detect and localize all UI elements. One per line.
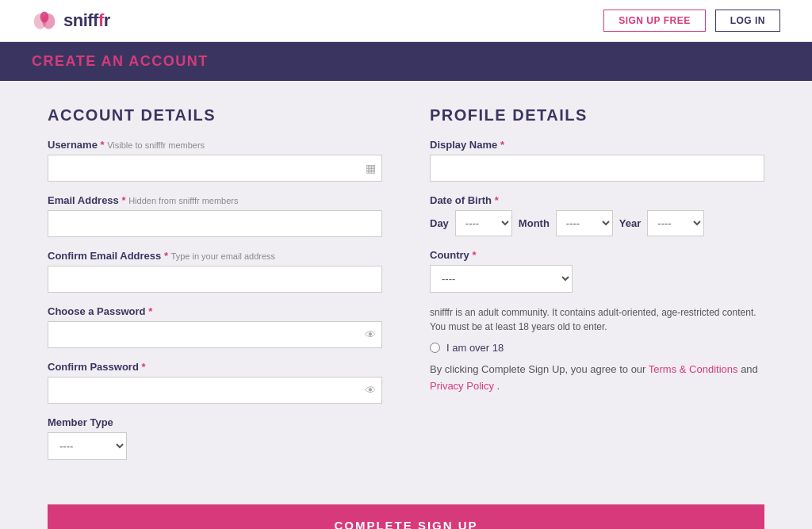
- over-18-label[interactable]: I am over 18: [446, 342, 504, 354]
- email-label: Email Address * Hidden from snifffr memb…: [48, 194, 382, 206]
- confirm-password-input-wrapper: 👁: [48, 377, 382, 404]
- confirm-password-label: Confirm Password *: [48, 361, 382, 373]
- username-label: Username * Visible to snifffr members: [48, 139, 382, 151]
- password-toggle-icon[interactable]: 👁: [365, 328, 376, 341]
- logo-text-main: sniff: [63, 10, 98, 30]
- logo-area: snifffr: [32, 10, 110, 32]
- email-field-group: Email Address * Hidden from snifffr memb…: [48, 194, 382, 237]
- dob-field-group: Date of Birth * Day ---- Month ---- Year…: [430, 194, 764, 236]
- confirm-password-field-group: Confirm Password * 👁: [48, 361, 382, 404]
- confirm-email-input[interactable]: [48, 266, 382, 293]
- year-select[interactable]: ----: [647, 210, 704, 236]
- logo-icon: [32, 10, 57, 32]
- username-required: *: [101, 139, 105, 151]
- country-required: *: [472, 249, 476, 261]
- terms-link[interactable]: Terms & Conditions: [649, 363, 738, 375]
- password-required: *: [148, 305, 152, 317]
- dob-row: Day ---- Month ---- Year ----: [430, 210, 764, 236]
- svg-point-2: [40, 11, 49, 22]
- password-field-group: Choose a Password * 👁: [48, 305, 382, 348]
- over-18-radio[interactable]: [430, 343, 440, 353]
- confirm-email-label: Confirm Email Address * Type in your ema…: [48, 250, 382, 262]
- confirm-email-required: *: [164, 250, 168, 262]
- member-type-label: Member Type: [48, 416, 382, 428]
- logo-text-accent: f: [98, 10, 104, 30]
- day-label: Day: [430, 217, 449, 229]
- display-name-required: *: [500, 139, 504, 151]
- month-label: Month: [519, 217, 550, 229]
- profile-details-title: PROFILE DETAILS: [430, 106, 764, 125]
- display-name-field-group: Display Name *: [430, 139, 764, 182]
- logo-text: snifffr: [63, 10, 110, 31]
- dob-required: *: [495, 194, 499, 206]
- banner: CREATE AN ACCOUNT: [0, 42, 812, 81]
- account-details-section: ACCOUNT DETAILS Username * Visible to sn…: [48, 106, 382, 473]
- member-type-field-group: Member Type ----: [48, 416, 382, 460]
- display-name-label: Display Name *: [430, 139, 764, 151]
- display-name-input[interactable]: [430, 155, 764, 182]
- username-input-wrapper: ▦: [48, 155, 382, 182]
- country-field-group: Country * ----: [430, 249, 764, 293]
- member-type-select[interactable]: ----: [48, 432, 127, 460]
- confirm-email-hint: Type in your email address: [171, 251, 275, 261]
- signup-free-button[interactable]: SIGN UP FREE: [603, 10, 705, 32]
- confirm-password-toggle-icon[interactable]: 👁: [365, 384, 376, 397]
- password-label: Choose a Password *: [48, 305, 382, 317]
- confirm-password-required: *: [141, 361, 145, 373]
- terms-prefix: By clicking Complete Sign Up, you agree …: [430, 363, 649, 375]
- email-input[interactable]: [48, 210, 382, 237]
- terms-middle: and: [741, 363, 758, 375]
- logo-text-end: r: [104, 10, 110, 30]
- complete-btn-wrapper: COMPLETE SIGN UP: [0, 504, 812, 529]
- profile-details-section: PROFILE DETAILS Display Name * Date of B…: [430, 106, 764, 473]
- account-details-title: ACCOUNT DETAILS: [48, 106, 382, 125]
- login-button[interactable]: LOG IN: [715, 10, 780, 32]
- username-icon: ▦: [366, 162, 376, 174]
- password-input-wrapper: 👁: [48, 321, 382, 348]
- username-hint: Visible to snifffr members: [107, 140, 205, 150]
- main-content: ACCOUNT DETAILS Username * Visible to sn…: [0, 81, 812, 504]
- country-label: Country *: [430, 249, 764, 261]
- email-required: *: [121, 194, 125, 206]
- username-input[interactable]: [48, 155, 382, 182]
- header: snifffr SIGN UP FREE LOG IN: [0, 0, 812, 42]
- banner-title: CREATE AN ACCOUNT: [32, 53, 209, 69]
- terms-text: By clicking Complete Sign Up, you agree …: [430, 362, 764, 395]
- username-field-group: Username * Visible to snifffr members ▦: [48, 139, 382, 182]
- confirm-email-field-group: Confirm Email Address * Type in your ema…: [48, 250, 382, 293]
- over-18-row: I am over 18: [430, 342, 764, 354]
- confirm-password-input[interactable]: [48, 377, 382, 404]
- email-hint: Hidden from snifffr members: [128, 196, 238, 205]
- country-select[interactable]: ----: [430, 265, 573, 293]
- dob-label: Date of Birth *: [430, 194, 764, 206]
- password-input[interactable]: [48, 321, 382, 348]
- month-select[interactable]: ----: [556, 210, 613, 236]
- privacy-policy-link[interactable]: Privacy Policy: [430, 380, 494, 392]
- terms-suffix: .: [497, 380, 500, 392]
- adult-notice: snifffr is an adult community. It contai…: [430, 305, 764, 334]
- complete-signup-button[interactable]: COMPLETE SIGN UP: [48, 504, 764, 529]
- header-buttons: SIGN UP FREE LOG IN: [603, 10, 780, 32]
- year-label: Year: [619, 217, 641, 229]
- day-select[interactable]: ----: [455, 210, 512, 236]
